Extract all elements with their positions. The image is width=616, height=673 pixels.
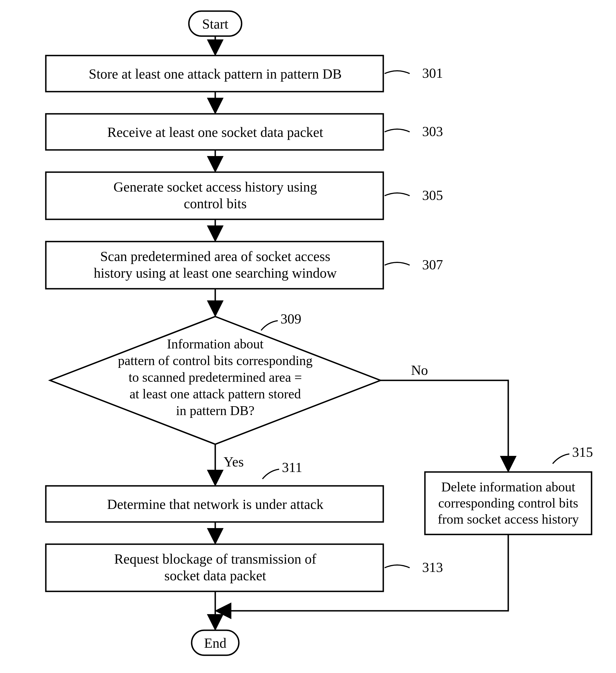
step-305-text-line2: control bits bbox=[184, 196, 247, 211]
step-301-ref: 301 bbox=[422, 65, 443, 81]
step-307-ref: 307 bbox=[422, 257, 443, 272]
decision-no-label: No bbox=[411, 362, 428, 378]
step-311-text: Determine that network is under attack bbox=[107, 496, 324, 512]
step-305-text-line1: Generate socket access history using bbox=[113, 179, 317, 195]
flowchart-diagram: Start Store at least one attack pattern … bbox=[0, 0, 616, 673]
decision-line5: in pattern DB? bbox=[176, 403, 255, 418]
step-301: Store at least one attack pattern in pat… bbox=[46, 55, 443, 91]
decision-yes-label: Yes bbox=[224, 454, 244, 469]
decision-line2: pattern of control bits corresponding bbox=[118, 353, 313, 368]
step-307: Scan predetermined area of socket access… bbox=[46, 242, 443, 289]
step-315-ref: 315 bbox=[572, 444, 593, 460]
step-311-ref: 311 bbox=[282, 459, 302, 475]
step-313-text-line1: Request blockage of transmission of bbox=[114, 551, 316, 567]
step-301-text: Store at least one attack pattern in pat… bbox=[89, 66, 342, 82]
decision-line1: Information about bbox=[167, 336, 264, 351]
decision-309: Information about pattern of control bit… bbox=[50, 311, 381, 444]
step-315-text-line2: corresponding control bits bbox=[438, 496, 578, 510]
step-307-text-line1: Scan predetermined area of socket access bbox=[100, 248, 331, 264]
step-307-text-line2: history using at least one searching win… bbox=[94, 265, 337, 281]
step-313-text-line2: socket data packet bbox=[164, 568, 266, 583]
step-303-ref: 303 bbox=[422, 124, 443, 139]
step-313-ref: 313 bbox=[422, 559, 443, 575]
start-label: Start bbox=[202, 16, 229, 32]
step-305-ref: 305 bbox=[422, 187, 443, 203]
end-label: End bbox=[204, 635, 227, 651]
end-terminal: End bbox=[192, 630, 239, 655]
step-313: Request blockage of transmission of sock… bbox=[46, 544, 443, 591]
step-305: Generate socket access history using con… bbox=[46, 172, 443, 219]
step-303: Receive at least one socket data packet … bbox=[46, 114, 443, 150]
decision-line4: at least one attack pattern stored bbox=[130, 387, 301, 401]
decision-ref: 309 bbox=[280, 311, 301, 326]
step-303-text: Receive at least one socket data packet bbox=[107, 125, 323, 140]
step-315-text-line1: Delete information about bbox=[441, 479, 576, 494]
step-315-text-line3: from socket access history bbox=[438, 512, 579, 526]
decision-line3: to scanned predetermined area = bbox=[129, 370, 302, 385]
start-terminal: Start bbox=[189, 11, 242, 36]
